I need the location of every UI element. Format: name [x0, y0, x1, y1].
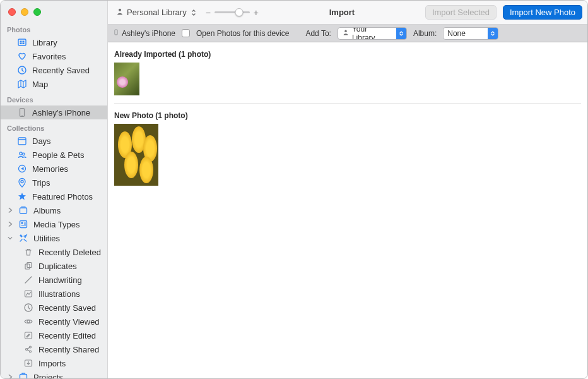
sidebar-item-recently-saved-util[interactable]: Recently Saved — [1, 301, 107, 315]
sidebar-item-label: Memories — [32, 164, 68, 174]
sidebar-item-label: Media Types — [33, 220, 79, 229]
sidebar-section-devices: Devices — [1, 91, 107, 105]
device-name-label: Ashley's iPhone — [122, 29, 175, 38]
memories-icon — [17, 164, 27, 174]
sidebar-item-label: Ashley's iPhone — [32, 108, 90, 117]
albums-icon — [18, 205, 28, 215]
minimize-window-button[interactable] — [21, 8, 28, 16]
sidebar-item-imports[interactable]: Imports — [1, 356, 107, 370]
sidebar-item-label: Favorites — [32, 52, 66, 61]
library-picker[interactable]: Personal Library — [113, 6, 199, 19]
device-tag: Ashley's iPhone — [113, 28, 175, 39]
photo-thumbnail[interactable] — [114, 124, 158, 186]
sidebar-item-handwriting[interactable]: Handwriting — [1, 273, 107, 287]
new-photo-thumbs — [108, 124, 587, 192]
sidebar-item-albums[interactable]: Albums — [1, 203, 107, 217]
illustrations-icon — [23, 289, 33, 299]
sidebar-item-media-types[interactable]: Media Types — [1, 217, 107, 231]
sidebar-item-duplicates[interactable]: Duplicates — [1, 259, 107, 273]
dropdown-arrows-icon — [488, 28, 498, 39]
chevron-right-icon[interactable] — [7, 207, 13, 214]
album-label: Album: — [413, 29, 437, 38]
phone-icon — [17, 107, 27, 117]
sidebar-item-days[interactable]: Days — [1, 134, 107, 148]
chevron-right-icon[interactable] — [7, 221, 13, 227]
sidebar-item-label: Albums — [33, 206, 61, 215]
clock-grey-icon — [23, 303, 33, 313]
sidebar-item-projects[interactable]: Projects — [1, 370, 107, 378]
shared-icon — [23, 344, 33, 354]
import-selected-button: Import Selected — [425, 5, 497, 20]
eye-icon — [23, 316, 33, 327]
sidebar-item-label: Utilities — [33, 234, 60, 243]
sidebar-item-featured[interactable]: Featured Photos — [1, 190, 107, 203]
sidebar-item-label: Featured Photos — [32, 192, 93, 202]
sidebar-item-label: Recently Shared — [38, 345, 99, 354]
open-photos-checkbox[interactable] — [182, 29, 190, 37]
sidebar-item-trips[interactable]: Trips — [1, 176, 107, 190]
library-picker-label: Personal Library — [127, 8, 187, 17]
handwriting-icon — [23, 275, 33, 285]
heart-icon — [17, 51, 27, 61]
sidebar-item-label: Map — [32, 80, 48, 89]
edited-icon — [23, 330, 33, 340]
close-window-button[interactable] — [8, 8, 16, 16]
photo-thumbnail[interactable] — [114, 63, 139, 95]
sidebar-item-label: Recently Saved — [32, 66, 90, 75]
sidebar-item-device-iphone[interactable]: Ashley's iPhone — [1, 105, 107, 119]
section-divider — [114, 103, 581, 104]
projects-icon — [18, 372, 28, 378]
chevron-right-icon[interactable] — [7, 374, 13, 378]
sidebar-item-recently-shared[interactable]: Recently Shared — [1, 342, 107, 356]
sidebar-item-label: Illustrations — [38, 289, 80, 299]
person-small-icon — [342, 28, 350, 38]
utilities-icon — [18, 233, 28, 243]
zoom-out-button[interactable]: − — [206, 8, 211, 18]
pin-icon — [17, 177, 27, 188]
sidebar-item-illustrations[interactable]: Illustrations — [1, 287, 107, 301]
sidebar-item-utilities[interactable]: Utilities — [1, 231, 107, 245]
sidebar-item-library[interactable]: Library — [1, 35, 107, 49]
sidebar-item-map[interactable]: Map — [1, 77, 107, 91]
library-icon — [17, 37, 27, 47]
sidebar-item-label: People & Pets — [32, 150, 84, 160]
media-types-icon — [18, 219, 28, 229]
trash-icon — [23, 247, 33, 257]
sidebar-item-label: Handwriting — [38, 275, 82, 285]
fullscreen-window-button[interactable] — [33, 8, 41, 16]
phone-small-icon — [113, 28, 119, 39]
main-area: Personal Library − + Import Import Selec… — [108, 1, 587, 378]
sidebar-item-favorites[interactable]: Favorites — [1, 49, 107, 63]
clock-icon — [17, 65, 27, 75]
zoom-control: − + — [206, 8, 259, 18]
sidebar-item-recently-saved[interactable]: Recently Saved — [1, 63, 107, 77]
sidebar-item-recently-viewed[interactable]: Recently Viewed — [1, 315, 107, 328]
sidebar-item-label: Recently Viewed — [38, 317, 100, 327]
open-photos-label: Open Photos for this device — [196, 29, 289, 38]
dropdown-arrows-icon — [396, 28, 406, 39]
zoom-slider-knob[interactable] — [235, 8, 244, 16]
already-imported-thumbs — [108, 63, 587, 102]
sidebar-item-label: Trips — [32, 178, 50, 188]
sidebar-item-label: Recently Edited — [38, 331, 96, 340]
map-icon — [17, 79, 27, 89]
chevron-down-icon[interactable] — [7, 235, 13, 241]
star-icon — [17, 191, 27, 202]
import-new-button[interactable]: Import New Photo — [503, 5, 582, 20]
person-icon — [115, 7, 124, 18]
zoom-slider[interactable] — [215, 11, 250, 13]
sidebar-item-label: Recently Saved — [38, 303, 96, 313]
add-to-label: Add To: — [305, 29, 331, 38]
sidebar-item-people-pets[interactable]: People & Pets — [1, 148, 107, 162]
add-to-dropdown[interactable]: Your Library — [338, 27, 407, 40]
sidebar-item-memories[interactable]: Memories — [1, 162, 107, 176]
sidebar-item-label: Recently Deleted — [38, 248, 101, 257]
sidebar-item-label: Library — [32, 38, 57, 47]
sidebar-item-recently-deleted[interactable]: Recently Deleted — [1, 245, 107, 259]
sidebar-item-label: Imports — [38, 359, 66, 368]
album-selected-label: None — [447, 29, 466, 38]
sidebar-item-label: Duplicates — [38, 262, 77, 271]
zoom-in-button[interactable]: + — [254, 8, 259, 18]
album-dropdown[interactable]: None — [443, 27, 498, 40]
sidebar-item-recently-edited[interactable]: Recently Edited — [1, 328, 107, 342]
